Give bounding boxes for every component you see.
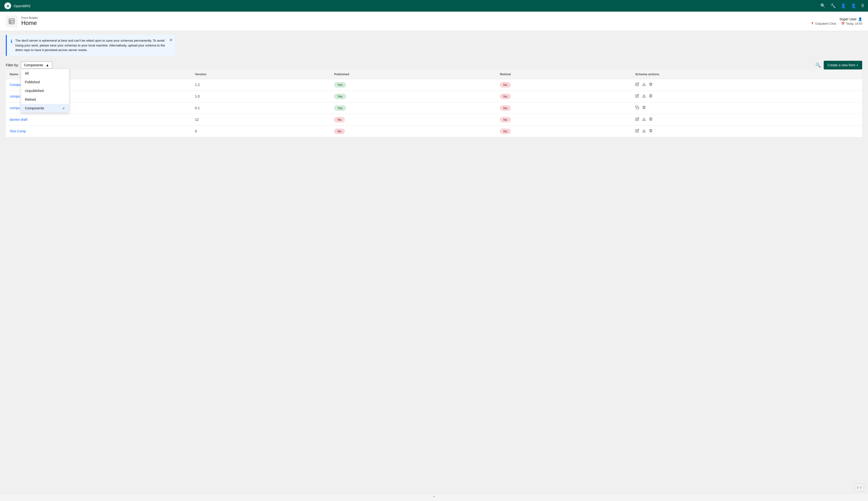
search-button[interactable]: 🔍: [815, 62, 821, 68]
user-avatar-icon: 👤: [858, 17, 862, 21]
delete-button[interactable]: [649, 117, 653, 122]
form-name-link[interactable]: Test Comp: [10, 129, 26, 133]
copy-schema-button[interactable]: [635, 106, 639, 110]
forms-table: Name Version Published Retired Schema ac…: [6, 70, 862, 137]
filter-dropdown-menu: All Published Unpublished Retired Compon…: [21, 69, 69, 113]
header-title-block: Form Builder Home: [21, 16, 38, 26]
header-left: Form Builder Home: [6, 15, 38, 27]
app-name: OpenMRS: [13, 4, 31, 8]
grid-icon[interactable]: ⠿: [861, 3, 864, 9]
toolbar: Filter by: Components ▲ All Published Un…: [6, 61, 862, 70]
search-icon[interactable]: 🔍: [820, 3, 826, 9]
form-name-link[interactable]: domini dratf: [10, 118, 27, 121]
create-form-button[interactable]: Create a new form +: [824, 61, 862, 70]
chevron-up-icon: ▲: [46, 63, 49, 67]
filter-button[interactable]: Components ▲: [21, 62, 52, 69]
header-right: Super User 👤 📍 Outpatient Clinic · 📅 Tod…: [811, 17, 862, 25]
form-version-cell: 1.2: [191, 79, 330, 90]
filter-option-unpublished[interactable]: Unpublished: [21, 86, 69, 95]
action-icons: [635, 117, 858, 122]
form-retired-cell: No: [496, 125, 631, 137]
calendar-icon: 📅: [841, 22, 845, 25]
form-version-cell: 12: [191, 114, 330, 125]
table-row: Compo... 1.2 Yes No: [6, 79, 862, 90]
info-banner: ℹ The dev3 server is ephemeral at best a…: [6, 35, 175, 56]
main-content: ℹ The dev3 server is ephemeral at best a…: [0, 31, 868, 141]
edit-button[interactable]: [635, 129, 639, 134]
published-badge: Yes: [334, 82, 346, 88]
filter-option-all-label: All: [25, 71, 29, 75]
nav-left: ⊕ OpenMRS: [4, 2, 31, 10]
retired-badge: No: [500, 105, 511, 111]
download-button[interactable]: [642, 129, 646, 134]
form-name-cell: Test Comp: [6, 125, 191, 137]
delete-button[interactable]: [649, 94, 653, 99]
table-row: domini dratf 12 No No: [6, 114, 862, 125]
form-published-cell: Yes: [330, 90, 496, 102]
col-retired: Retired: [496, 70, 631, 79]
form-actions-cell: [631, 90, 862, 102]
filter-option-retired-label: Retired: [25, 97, 36, 102]
form-version-cell: 0.1: [191, 102, 330, 114]
published-badge: No: [334, 117, 345, 122]
delete-button[interactable]: [649, 82, 653, 87]
form-actions-cell: [631, 114, 862, 125]
form-retired-cell: No: [496, 90, 631, 102]
header-meta: 📍 Outpatient Clinic · 📅 Today, 18:55: [811, 22, 862, 25]
action-icons: [635, 94, 858, 99]
user-icon[interactable]: 👤: [851, 3, 856, 9]
action-icons: [635, 106, 858, 110]
datetime-info: 📅 Today, 18:55: [841, 22, 862, 25]
retired-badge: No: [500, 94, 511, 99]
published-badge: Yes: [334, 105, 346, 111]
form-published-cell: Yes: [330, 102, 496, 114]
filter-option-components-label: Components: [25, 106, 44, 110]
col-published: Published: [330, 70, 496, 79]
filter-option-published[interactable]: Published: [21, 78, 69, 86]
table-header-row: Name Version Published Retired Schema ac…: [6, 70, 862, 79]
retired-badge: No: [500, 117, 511, 122]
form-actions-cell: [631, 102, 862, 114]
filter-option-components[interactable]: Components ✓: [21, 104, 69, 113]
form-actions-cell: [631, 125, 862, 137]
form-retired-cell: No: [496, 79, 631, 90]
form-version-cell: 0: [191, 125, 330, 137]
filter-option-retired[interactable]: Retired: [21, 95, 69, 104]
tools-icon[interactable]: 🔧: [830, 3, 836, 9]
table-row: compo... 0.1 Yes No: [6, 102, 862, 114]
delete-button[interactable]: [649, 129, 653, 134]
filter-dropdown: Components ▲ All Published Unpublished R…: [21, 62, 52, 69]
filter-selected-label: Components: [24, 63, 43, 67]
edit-button[interactable]: [635, 82, 639, 87]
header-bar: Form Builder Home Super User 👤 📍 Outpati…: [0, 12, 868, 31]
user-add-icon[interactable]: 👤: [841, 3, 846, 9]
retired-badge: No: [500, 82, 511, 88]
filter-option-all[interactable]: All: [21, 69, 69, 78]
delete-button[interactable]: [642, 106, 646, 110]
form-published-cell: No: [330, 125, 496, 137]
toolbar-right: 🔍 Create a new form +: [815, 61, 862, 70]
banner-text: The dev3 server is ephemeral at best and…: [15, 38, 171, 53]
col-version: Version: [191, 70, 330, 79]
edit-button[interactable]: [635, 94, 639, 99]
header-subtitle: Form Builder: [21, 16, 38, 20]
create-form-label: Create a new form +: [828, 63, 858, 67]
user-info: Super User 👤: [839, 17, 862, 21]
published-badge: No: [334, 128, 345, 134]
page-title: Home: [21, 20, 38, 26]
forms-table-wrapper: Name Version Published Retired Schema ac…: [6, 70, 862, 137]
form-retired-cell: No: [496, 102, 631, 114]
retired-badge: No: [500, 128, 511, 134]
filter-option-published-label: Published: [25, 80, 40, 84]
edit-button[interactable]: [635, 117, 639, 122]
close-banner-button[interactable]: ✕: [169, 38, 172, 42]
filter-area: Filter by: Components ▲ All Published Un…: [6, 62, 52, 69]
download-button[interactable]: [642, 117, 646, 122]
info-icon: ℹ: [11, 39, 12, 44]
published-badge: Yes: [334, 94, 346, 99]
download-button[interactable]: [642, 82, 646, 87]
download-button[interactable]: [642, 94, 646, 99]
table-row: Test Comp 0 No No: [6, 125, 862, 137]
user-name: Super User: [839, 17, 857, 21]
form-published-cell: Yes: [330, 79, 496, 90]
